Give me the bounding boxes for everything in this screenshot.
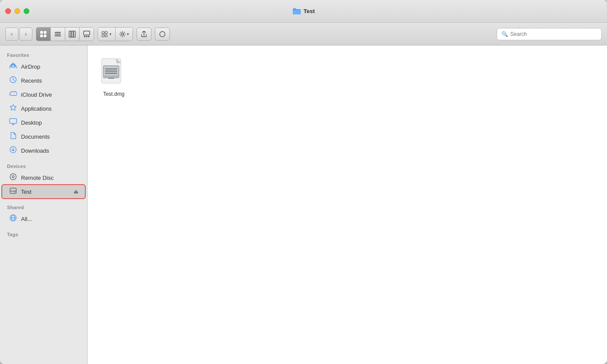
file-area: Test.dmg xyxy=(88,46,607,364)
svg-rect-12 xyxy=(86,36,88,37)
sidebar-item-label: Desktop xyxy=(21,119,42,126)
sidebar: Favorites AirDrop xyxy=(0,46,88,364)
desktop-icon xyxy=(9,118,18,127)
svg-rect-9 xyxy=(74,31,75,37)
search-input[interactable] xyxy=(510,31,597,37)
gallery-view-button[interactable] xyxy=(80,28,94,41)
sidebar-item-airdrop[interactable]: AirDrop xyxy=(2,60,85,74)
svg-rect-39 xyxy=(105,73,117,74)
sidebar-item-documents[interactable]: Documents xyxy=(2,130,85,144)
minimize-button[interactable] xyxy=(14,8,20,14)
group-chevron-icon: ▾ xyxy=(109,32,112,36)
sidebar-item-label: iCloud Drive xyxy=(21,91,52,98)
traffic-lights xyxy=(5,8,29,14)
sidebar-item-downloads[interactable]: Downloads xyxy=(2,144,85,158)
icloud-icon xyxy=(9,90,18,99)
sidebar-item-label: AirDrop xyxy=(21,63,40,70)
svg-rect-13 xyxy=(88,36,89,37)
sidebar-item-label: Documents xyxy=(21,133,50,140)
toolbar: ‹ › xyxy=(0,23,607,46)
svg-rect-14 xyxy=(102,32,104,34)
sidebar-item-test[interactable]: Test ⏏ xyxy=(2,185,85,199)
finder-window: Test ‹ › xyxy=(0,0,607,364)
nav-buttons: ‹ › xyxy=(5,28,32,41)
window-title: Test xyxy=(304,8,315,14)
file-grid: Test.dmg xyxy=(96,54,598,102)
favorites-header: Favorites xyxy=(0,50,87,60)
svg-point-26 xyxy=(10,174,16,180)
column-view-button[interactable] xyxy=(65,28,80,41)
forward-button[interactable]: › xyxy=(19,28,32,41)
drive-icon xyxy=(9,187,18,196)
back-icon: ‹ xyxy=(11,31,13,37)
file-name: Test.dmg xyxy=(103,91,125,98)
group-icon xyxy=(102,31,109,38)
tag-icon xyxy=(159,31,166,38)
list-view-button[interactable] xyxy=(51,28,65,41)
action-button[interactable]: ▾ xyxy=(116,28,133,41)
grid-view-icon xyxy=(40,31,47,38)
file-item-test-dmg[interactable]: Test.dmg xyxy=(96,54,131,102)
sidebar-item-label: Downloads xyxy=(21,147,49,154)
svg-rect-17 xyxy=(105,35,107,37)
svg-rect-10 xyxy=(84,31,90,35)
svg-point-30 xyxy=(14,192,15,192)
svg-rect-16 xyxy=(105,32,107,34)
group-button[interactable]: ▾ xyxy=(98,28,116,41)
svg-rect-22 xyxy=(10,119,17,123)
sidebar-item-label: Remote Disc xyxy=(21,175,53,181)
svg-rect-15 xyxy=(102,35,104,37)
network-icon xyxy=(9,214,18,224)
gear-icon xyxy=(119,31,126,38)
action-chevron-icon: ▾ xyxy=(127,32,129,36)
remote-disc-icon xyxy=(9,173,18,182)
sidebar-item-all[interactable]: All... xyxy=(2,212,85,226)
forward-icon: › xyxy=(25,31,27,37)
view-buttons xyxy=(36,27,94,41)
column-view-icon xyxy=(69,31,76,38)
sidebar-item-applications[interactable]: Applications xyxy=(2,102,85,116)
svg-rect-2 xyxy=(40,35,43,37)
dmg-file-icon xyxy=(100,58,128,89)
svg-rect-11 xyxy=(84,36,85,37)
airdrop-icon xyxy=(9,62,18,71)
close-button[interactable] xyxy=(5,8,11,14)
sidebar-item-label: All... xyxy=(21,216,32,222)
group-action-buttons: ▾ ▾ xyxy=(98,27,133,41)
sidebar-item-desktop[interactable]: Desktop xyxy=(2,116,85,130)
maximize-button[interactable] xyxy=(24,8,29,14)
tag-button[interactable] xyxy=(155,28,170,41)
icon-view-button[interactable] xyxy=(36,28,51,41)
svg-rect-37 xyxy=(105,68,117,70)
titlebar: Test xyxy=(0,0,607,23)
devices-header: Devices xyxy=(0,161,87,171)
main-content: Favorites AirDrop xyxy=(0,46,607,364)
svg-rect-5 xyxy=(55,34,61,35)
svg-rect-29 xyxy=(10,191,16,192)
gallery-view-icon xyxy=(83,31,90,38)
eject-button[interactable]: ⏏ xyxy=(74,189,78,195)
share-icon xyxy=(140,31,147,38)
svg-point-20 xyxy=(12,65,14,67)
svg-rect-4 xyxy=(55,32,61,33)
sidebar-item-remote-disc[interactable]: Remote Disc xyxy=(2,171,85,185)
sidebar-item-recents[interactable]: Recents xyxy=(2,74,85,88)
folder-icon xyxy=(292,8,301,15)
documents-icon xyxy=(9,132,18,141)
svg-rect-8 xyxy=(71,31,73,37)
svg-rect-1 xyxy=(44,31,46,34)
tags-header: Tags xyxy=(0,229,87,239)
svg-point-18 xyxy=(122,33,124,35)
list-view-icon xyxy=(54,31,61,38)
downloads-icon xyxy=(9,146,18,155)
search-icon: 🔍 xyxy=(502,31,508,37)
sidebar-item-icloud[interactable]: iCloud Drive xyxy=(2,88,85,102)
share-button[interactable] xyxy=(137,28,151,41)
back-button[interactable]: ‹ xyxy=(5,28,18,41)
search-box[interactable]: 🔍 xyxy=(497,28,602,40)
svg-rect-0 xyxy=(40,31,43,34)
svg-rect-3 xyxy=(44,35,46,37)
svg-rect-6 xyxy=(55,35,61,36)
applications-icon xyxy=(9,104,18,113)
svg-point-27 xyxy=(12,176,14,178)
